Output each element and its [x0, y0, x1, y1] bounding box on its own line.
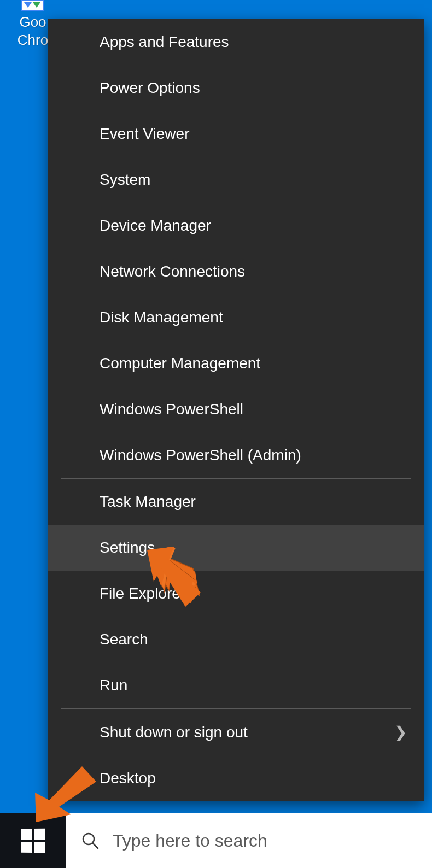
menu-item-disk-management[interactable]: Disk Management — [48, 295, 424, 341]
menu-item-task-manager[interactable]: Task Manager — [48, 479, 424, 525]
menu-item-device-manager[interactable]: Device Manager — [48, 203, 424, 249]
menu-item-desktop[interactable]: Desktop — [48, 755, 424, 801]
menu-item-system[interactable]: System — [48, 157, 424, 203]
menu-item-search[interactable]: Search — [48, 617, 424, 662]
menu-item-power-options[interactable]: Power Options — [48, 65, 424, 111]
menu-item-settings[interactable]: Settings — [48, 525, 424, 571]
menu-item-powershell-admin[interactable]: Windows PowerShell (Admin) — [48, 432, 424, 478]
chrome-icon — [16, 0, 49, 11]
svg-line-4 — [93, 843, 98, 848]
taskbar — [0, 813, 432, 868]
menu-item-run[interactable]: Run — [48, 662, 424, 708]
menu-item-apps-features[interactable]: Apps and Features — [48, 19, 424, 65]
menu-item-network-connections[interactable]: Network Connections — [48, 249, 424, 295]
winx-quick-link-menu: Apps and Features Power Options Event Vi… — [48, 19, 424, 801]
taskbar-search[interactable] — [66, 813, 432, 868]
start-button[interactable] — [0, 813, 66, 868]
menu-item-file-explorer[interactable]: File Explorer — [48, 571, 424, 617]
windows-logo-icon — [21, 829, 45, 853]
svg-rect-0 — [22, 0, 44, 11]
menu-item-powershell[interactable]: Windows PowerShell — [48, 386, 424, 432]
svg-point-3 — [83, 834, 94, 844]
chevron-right-icon: ❯ — [394, 723, 407, 741]
desktop-shortcut-chrome[interactable]: Goo Chro — [16, 0, 49, 49]
menu-item-shutdown-signout[interactable]: Shut down or sign out ❯ — [48, 709, 424, 755]
search-input[interactable] — [113, 831, 417, 851]
menu-item-event-viewer[interactable]: Event Viewer — [48, 111, 424, 157]
menu-item-computer-management[interactable]: Computer Management — [48, 341, 424, 386]
search-icon — [81, 831, 100, 850]
desktop-shortcut-label: Goo Chro — [16, 13, 49, 49]
